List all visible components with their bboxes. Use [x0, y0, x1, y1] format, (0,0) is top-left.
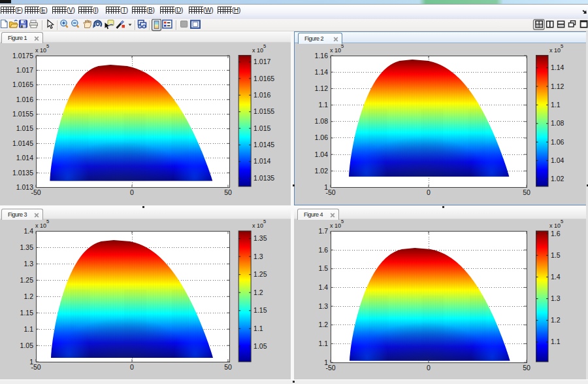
svg-text:1.1: 1.1 [318, 340, 328, 347]
svg-text:1.1: 1.1 [318, 101, 328, 109]
svg-text:1.016: 1.016 [16, 96, 33, 103]
svg-text:0: 0 [130, 188, 134, 196]
svg-text:1.4: 1.4 [551, 273, 561, 281]
svg-text:x 10: x 10 [35, 47, 46, 54]
svg-text:1.02: 1.02 [551, 175, 564, 183]
svg-text:1.1: 1.1 [253, 324, 263, 332]
svg-text:-50: -50 [31, 188, 41, 196]
svg-text:1.04: 1.04 [551, 156, 564, 164]
svg-text:1.1: 1.1 [551, 338, 561, 345]
svg-text:1.017: 1.017 [16, 66, 33, 74]
svg-text:1.014: 1.014 [16, 154, 33, 162]
svg-text:1.2: 1.2 [253, 288, 263, 296]
svg-text:1.0175: 1.0175 [12, 52, 33, 60]
svg-text:-50: -50 [325, 364, 335, 372]
svg-text:1.2: 1.2 [24, 292, 33, 300]
svg-text:1.0135: 1.0135 [12, 169, 33, 177]
svg-text:1.3: 1.3 [24, 260, 33, 268]
svg-text:1.015: 1.015 [253, 124, 270, 132]
svg-text:0: 0 [427, 364, 431, 372]
svg-text:1.017: 1.017 [253, 58, 270, 65]
svg-text:1.08: 1.08 [551, 119, 564, 127]
svg-text:1.2: 1.2 [318, 321, 328, 328]
svg-text:0: 0 [130, 363, 134, 371]
svg-text:5: 5 [46, 43, 49, 49]
svg-text:x 10: x 10 [330, 47, 341, 54]
svg-text:1.7: 1.7 [318, 227, 328, 235]
svg-text:1.5: 1.5 [551, 251, 561, 259]
svg-text:1.0135: 1.0135 [253, 174, 274, 182]
svg-text:5: 5 [561, 218, 563, 224]
svg-text:1.0145: 1.0145 [253, 141, 274, 148]
svg-text:1.12: 1.12 [315, 84, 329, 92]
svg-text:1.0145: 1.0145 [12, 139, 33, 147]
svg-text:5: 5 [46, 218, 49, 224]
svg-text:1.1: 1.1 [551, 101, 561, 109]
svg-text:1.0165: 1.0165 [12, 80, 33, 88]
svg-text:x 10: x 10 [252, 222, 263, 229]
svg-text:5: 5 [561, 43, 563, 49]
svg-text:1.3: 1.3 [318, 302, 328, 310]
svg-text:1.08: 1.08 [315, 117, 329, 125]
svg-text:50: 50 [523, 364, 531, 372]
svg-text:-50: -50 [325, 188, 335, 196]
svg-text:1.05: 1.05 [253, 342, 267, 350]
svg-text:1.15: 1.15 [253, 306, 267, 314]
svg-text:x 10: x 10 [252, 47, 263, 54]
svg-text:50: 50 [523, 188, 531, 196]
svg-text:1.016: 1.016 [253, 91, 270, 99]
svg-text:x 10: x 10 [330, 222, 341, 229]
svg-text:1.6: 1.6 [551, 230, 561, 237]
svg-text:1.5: 1.5 [318, 264, 328, 272]
svg-text:1.35: 1.35 [253, 234, 267, 242]
svg-text:1.14: 1.14 [551, 63, 564, 71]
svg-text:1.015: 1.015 [16, 124, 33, 132]
svg-text:1.0155: 1.0155 [253, 107, 274, 115]
svg-text:1.3: 1.3 [253, 253, 263, 260]
svg-text:1.15: 1.15 [20, 309, 34, 317]
svg-text:1.05: 1.05 [20, 341, 34, 349]
svg-text:50: 50 [224, 363, 232, 371]
svg-text:1.0155: 1.0155 [12, 110, 33, 118]
svg-text:1.4: 1.4 [318, 283, 328, 291]
svg-text:-50: -50 [31, 363, 41, 371]
svg-text:1.25: 1.25 [20, 276, 34, 284]
svg-text:x 10: x 10 [549, 222, 561, 229]
svg-text:1.06: 1.06 [315, 133, 329, 141]
svg-text:1.14: 1.14 [315, 68, 329, 76]
svg-text:1.014: 1.014 [253, 157, 270, 165]
svg-text:1.3: 1.3 [551, 294, 561, 302]
svg-text:1.6: 1.6 [318, 246, 328, 254]
svg-text:5: 5 [341, 43, 344, 49]
svg-text:5: 5 [263, 218, 266, 224]
svg-text:x 10: x 10 [35, 222, 46, 229]
svg-text:1.1: 1.1 [24, 325, 33, 333]
svg-text:1.25: 1.25 [253, 270, 267, 278]
svg-text:1.4: 1.4 [24, 227, 33, 235]
svg-text:x 10: x 10 [549, 47, 561, 54]
svg-text:1.12: 1.12 [551, 82, 564, 90]
svg-text:1.04: 1.04 [315, 150, 329, 158]
svg-text:1.2: 1.2 [551, 316, 561, 324]
svg-text:50: 50 [224, 188, 232, 196]
svg-text:1.06: 1.06 [551, 138, 564, 146]
svg-text:1.0165: 1.0165 [253, 75, 274, 82]
svg-text:1.02: 1.02 [315, 167, 329, 175]
svg-text:1.35: 1.35 [20, 243, 34, 251]
svg-text:1.16: 1.16 [315, 52, 329, 60]
svg-text:0: 0 [427, 188, 431, 196]
svg-text:5: 5 [263, 43, 266, 49]
svg-text:5: 5 [341, 218, 344, 224]
